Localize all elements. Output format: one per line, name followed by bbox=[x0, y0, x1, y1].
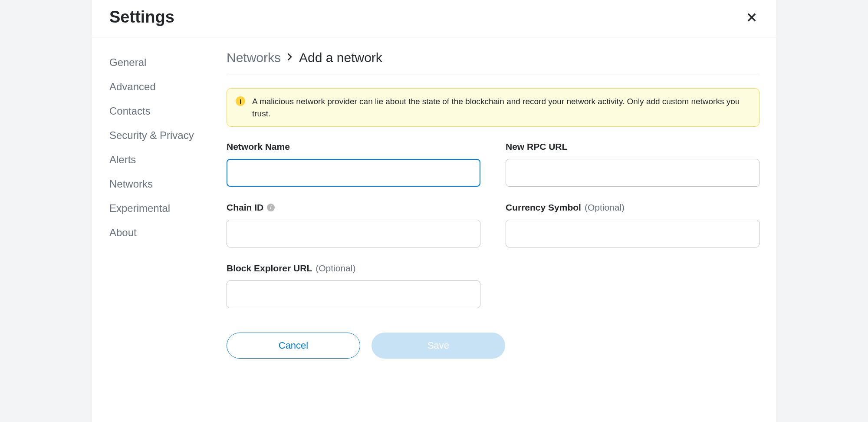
sidebar-item-contacts[interactable]: Contacts bbox=[109, 99, 227, 123]
settings-sidebar: General Advanced Contacts Security & Pri… bbox=[92, 37, 227, 372]
info-icon: i bbox=[236, 96, 245, 106]
network-form: Network Name New RPC URL Chain ID i bbox=[227, 142, 760, 308]
breadcrumb: Networks Add a network bbox=[227, 50, 760, 75]
field-rpc-url: New RPC URL bbox=[506, 142, 760, 187]
warning-banner: i A malicious network provider can lie a… bbox=[227, 88, 760, 127]
sidebar-item-experimental[interactable]: Experimental bbox=[109, 196, 227, 221]
currency-symbol-label: Currency Symbol bbox=[506, 202, 581, 213]
modal-title: Settings bbox=[109, 8, 174, 26]
warning-text: A malicious network provider can lie abo… bbox=[252, 96, 750, 119]
chevron-right-icon bbox=[287, 52, 293, 64]
cancel-button[interactable]: Cancel bbox=[227, 333, 360, 359]
block-explorer-optional: (Optional) bbox=[316, 263, 355, 274]
sidebar-item-general[interactable]: General bbox=[109, 50, 227, 75]
close-button[interactable] bbox=[745, 10, 759, 24]
form-actions: Cancel Save bbox=[227, 333, 760, 359]
field-chain-id: Chain ID i bbox=[227, 202, 480, 247]
field-block-explorer: Block Explorer URL (Optional) bbox=[227, 263, 480, 308]
rpc-url-input[interactable] bbox=[506, 159, 760, 187]
currency-symbol-optional: (Optional) bbox=[585, 202, 625, 213]
block-explorer-label: Block Explorer URL bbox=[227, 263, 312, 274]
block-explorer-input[interactable] bbox=[227, 280, 480, 308]
save-button[interactable]: Save bbox=[372, 333, 505, 359]
field-network-name: Network Name bbox=[227, 142, 480, 187]
info-tooltip-icon[interactable]: i bbox=[267, 204, 275, 211]
close-icon bbox=[746, 11, 758, 23]
field-currency-symbol: Currency Symbol (Optional) bbox=[506, 202, 760, 247]
sidebar-item-networks[interactable]: Networks bbox=[109, 172, 227, 196]
content-area: Networks Add a network i A malicious net… bbox=[227, 37, 776, 372]
currency-symbol-input[interactable] bbox=[506, 220, 760, 247]
network-name-label: Network Name bbox=[227, 142, 290, 152]
sidebar-item-about[interactable]: About bbox=[109, 221, 227, 245]
sidebar-item-security-privacy[interactable]: Security & Privacy bbox=[109, 123, 227, 148]
chain-id-label: Chain ID bbox=[227, 202, 263, 213]
network-name-input[interactable] bbox=[227, 159, 480, 187]
breadcrumb-current: Add a network bbox=[299, 50, 382, 65]
settings-modal: Settings General Advanced Contacts Secur… bbox=[92, 0, 776, 422]
sidebar-item-alerts[interactable]: Alerts bbox=[109, 148, 227, 172]
rpc-url-label: New RPC URL bbox=[506, 142, 567, 152]
modal-header: Settings bbox=[92, 0, 776, 37]
sidebar-item-advanced[interactable]: Advanced bbox=[109, 75, 227, 99]
chain-id-input[interactable] bbox=[227, 220, 480, 247]
modal-body: General Advanced Contacts Security & Pri… bbox=[92, 37, 776, 372]
breadcrumb-parent[interactable]: Networks bbox=[227, 50, 281, 65]
